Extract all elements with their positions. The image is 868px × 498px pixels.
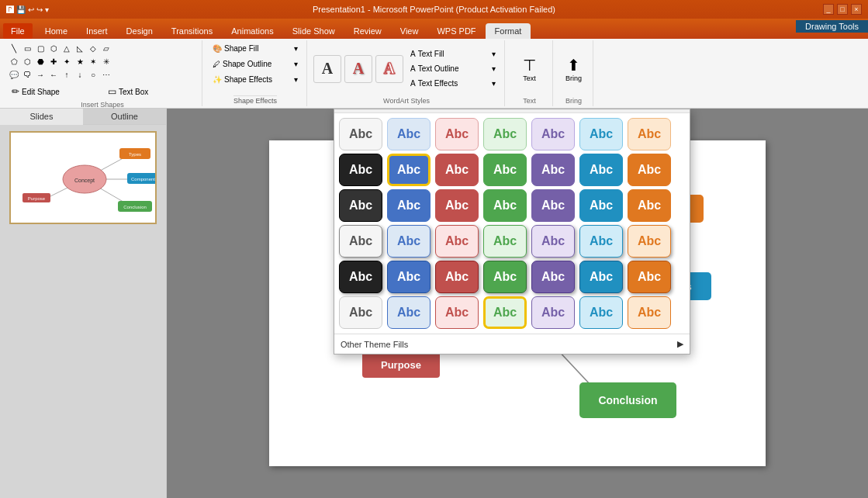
style-cell[interactable]: Abc — [579, 296, 623, 329]
style-cell[interactable]: Abc — [531, 296, 575, 329]
text-effects-dropdown[interactable]: ▾ — [492, 79, 496, 88]
style-cell[interactable]: Abc — [579, 154, 623, 186]
sidebar-tab-outline[interactable]: Outline — [83, 109, 166, 125]
style-cell[interactable]: Abc — [435, 154, 479, 186]
shape-rect-outline[interactable]: ▭ — [21, 42, 33, 54]
style-cell[interactable]: Abc — [483, 118, 527, 150]
style-cell[interactable]: Abc — [531, 118, 575, 150]
shape-outline-button[interactable]: 🖊 Shape Outline ▾ — [209, 57, 302, 71]
tab-slideshow[interactable]: Slide Show — [283, 23, 344, 39]
style-cell[interactable]: Abc — [483, 261, 527, 293]
tab-format[interactable]: Format — [486, 23, 531, 39]
text-fill-button[interactable]: A Text Fill ▾ — [406, 47, 500, 61]
style-cell[interactable]: Abc — [628, 154, 671, 186]
shape-more[interactable]: ⋯ — [100, 68, 112, 81]
shape-star6[interactable]: ✶ — [87, 55, 99, 67]
shape-effects-button[interactable]: ✨ Shape Effects ▾ — [209, 73, 302, 86]
style-cell[interactable]: Abc — [387, 296, 431, 329]
shape-pentagon[interactable]: ⬠ — [8, 55, 20, 67]
tab-wpspdf[interactable]: WPS PDF — [427, 23, 485, 39]
tab-file[interactable]: File — [3, 23, 33, 39]
style-cell[interactable]: Abc — [579, 225, 623, 258]
shape-outline-dropdown[interactable]: ▾ — [294, 60, 298, 68]
tab-home[interactable]: Home — [36, 23, 77, 39]
shape-arrow-up[interactable]: ↑ — [61, 68, 73, 81]
style-cell[interactable]: Abc — [628, 261, 671, 293]
shape-triangle[interactable]: △ — [61, 42, 73, 54]
text-outline-dropdown[interactable]: ▾ — [492, 64, 496, 73]
edit-shape-button[interactable]: ✏ Edit Shape — [8, 84, 101, 99]
style-cell[interactable]: Abc — [387, 225, 431, 258]
shape-star8[interactable]: ✳ — [100, 55, 112, 67]
style-cell[interactable]: Abc — [579, 118, 623, 150]
wordart-btn-plain[interactable]: A — [313, 55, 341, 83]
wordart-btn-shadow[interactable]: A — [344, 55, 372, 83]
sidebar-tab-slides[interactable]: Slides — [0, 109, 83, 125]
wordart-btn-outline[interactable]: A — [375, 55, 403, 83]
style-cell[interactable]: Abc — [483, 189, 527, 222]
text-box-button[interactable]: ▭ Text Box — [104, 84, 197, 99]
tab-insert[interactable]: Insert — [77, 23, 117, 39]
shape-star4[interactable]: ✦ — [61, 55, 73, 67]
close-button[interactable]: × — [851, 4, 862, 15]
style-cell[interactable]: Abc — [531, 225, 575, 258]
style-cell[interactable]: Abc — [483, 154, 527, 186]
style-cell[interactable]: Abc — [387, 189, 431, 222]
style-cell[interactable]: Abc — [483, 225, 527, 258]
text-outline-button[interactable]: A Text Outline ▾ — [406, 62, 500, 75]
wordart-dropdown[interactable]: AbcAbcAbcAbcAbcAbcAbcAbcAbcAbcAbcAbcAbcA… — [334, 109, 690, 354]
style-cell[interactable]: Abc — [435, 296, 479, 329]
slide-panel[interactable]: 1 Concept Types Components — [0, 125, 166, 498]
style-cell[interactable]: Abc — [531, 154, 575, 186]
shape-octagon[interactable]: ⬣ — [34, 55, 47, 67]
style-cell[interactable]: Abc — [339, 189, 382, 222]
tab-review[interactable]: Review — [344, 23, 391, 39]
shape-callout2[interactable]: 🗨 — [21, 68, 33, 81]
slide-thumbnail[interactable]: Concept Types Components Purpose Conclus… — [9, 131, 157, 224]
style-cell[interactable]: Abc — [339, 296, 382, 329]
text-effects-button[interactable]: A Text Effects ▾ — [406, 77, 500, 90]
bring-forward-button[interactable]: ⬆ Bring — [560, 54, 588, 85]
shape-ellipse[interactable]: ○ — [87, 68, 99, 81]
text-direction-button[interactable]: ⊤ Text — [516, 54, 544, 85]
node-purpose[interactable]: Purpose — [362, 351, 440, 378]
style-cell[interactable]: Abc — [339, 225, 382, 258]
style-cell[interactable]: Abc — [531, 261, 575, 293]
style-cell[interactable]: Abc — [579, 261, 623, 293]
shape-fill-button[interactable]: 🎨 Shape Fill ▾ — [209, 42, 302, 55]
tab-design[interactable]: Design — [117, 23, 162, 39]
style-cell[interactable]: Abc — [628, 296, 671, 329]
style-cell[interactable]: Abc — [628, 189, 671, 222]
shape-line[interactable]: ╲ — [8, 42, 20, 54]
style-cell[interactable]: Abc — [483, 296, 527, 329]
shape-arrow-down[interactable]: ↓ — [74, 68, 86, 81]
shape-star5[interactable]: ★ — [74, 55, 86, 67]
shape-rtriangle[interactable]: ◺ — [74, 42, 86, 54]
shape-rounded-rect[interactable]: ▢ — [34, 42, 47, 54]
style-cell[interactable]: Abc — [339, 118, 382, 150]
canvas-area[interactable]: Concept Types Components Purpose Conclus… — [167, 109, 868, 498]
tab-animations[interactable]: Animations — [222, 23, 282, 39]
shape-effects-dropdown[interactable]: ▾ — [294, 75, 298, 84]
shape-parallelogram[interactable]: ▱ — [100, 42, 112, 54]
shape-snip-rect[interactable]: ⬡ — [47, 42, 60, 54]
style-cell[interactable]: Abc — [339, 261, 382, 293]
save-icon[interactable]: 💾 — [16, 5, 26, 14]
style-cell[interactable]: Abc — [435, 225, 479, 258]
style-cell[interactable]: Abc — [387, 154, 431, 186]
shape-diamond[interactable]: ◇ — [87, 42, 99, 54]
shape-arrow-right[interactable]: → — [34, 68, 47, 81]
shape-arrow-left[interactable]: ← — [47, 68, 60, 81]
redo-icon[interactable]: ↪ — [36, 5, 43, 14]
node-conclusion[interactable]: Conclusion — [579, 382, 676, 418]
undo-icon[interactable]: ↩ — [28, 5, 34, 14]
maximize-button[interactable]: □ — [837, 4, 848, 15]
style-cell[interactable]: Abc — [387, 118, 431, 150]
style-cell[interactable]: Abc — [435, 261, 479, 293]
other-theme-fills-item[interactable]: Other Theme Fills ▶ — [334, 334, 690, 354]
style-cell[interactable]: Abc — [579, 189, 623, 222]
minimize-button[interactable]: _ — [823, 4, 834, 15]
style-cell[interactable]: Abc — [339, 154, 382, 186]
shape-callout1[interactable]: 💬 — [8, 68, 20, 81]
style-cell[interactable]: Abc — [628, 225, 671, 258]
